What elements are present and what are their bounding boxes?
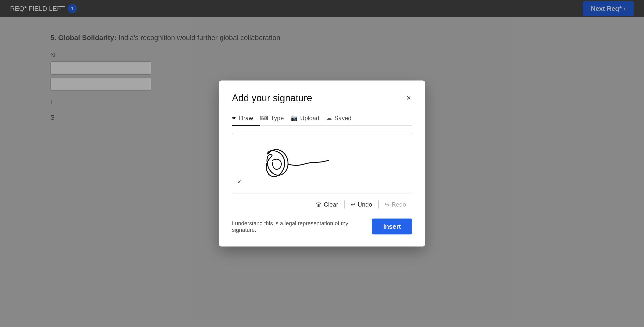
signature-modal: Add your signature × ✒ Draw ⌨ Type 📷 Upl…: [219, 81, 425, 247]
modal-title: Add your signature: [232, 93, 312, 104]
undo-button[interactable]: ↩ Undo: [345, 199, 378, 211]
redo-button[interactable]: ↪ Redo: [379, 199, 412, 211]
tab-saved[interactable]: ☁ Saved: [326, 112, 358, 126]
trash-icon: 🗑: [316, 201, 322, 208]
close-button[interactable]: ×: [405, 93, 412, 103]
drawing-actions: 🗑 Clear ↩ Undo ↪ Redo: [232, 199, 412, 211]
x-mark: ×: [237, 178, 407, 185]
legal-text: I understand this is a legal representat…: [232, 220, 372, 233]
insert-button[interactable]: Insert: [372, 219, 412, 235]
tab-upload[interactable]: 📷 Upload: [291, 112, 326, 126]
tab-draw[interactable]: ✒ Draw: [232, 112, 260, 126]
tab-type[interactable]: ⌨ Type: [260, 112, 291, 126]
draw-baseline-area: ×: [237, 178, 407, 187]
modal-header: Add your signature ×: [232, 93, 412, 104]
modal-footer: I understand this is a legal representat…: [232, 219, 412, 235]
draw-pen-icon: ✒: [232, 115, 236, 121]
undo-icon: ↩: [351, 201, 356, 208]
camera-icon: 📷: [291, 115, 298, 121]
redo-icon: ↪: [385, 201, 390, 208]
signature-tabs: ✒ Draw ⌨ Type 📷 Upload ☁ Saved: [232, 112, 412, 126]
drawing-canvas[interactable]: ×: [232, 133, 412, 193]
keyboard-icon: ⌨: [260, 115, 268, 121]
clear-button[interactable]: 🗑 Clear: [310, 199, 344, 211]
cloud-icon: ☁: [326, 115, 332, 121]
signature-baseline: [237, 187, 407, 187]
